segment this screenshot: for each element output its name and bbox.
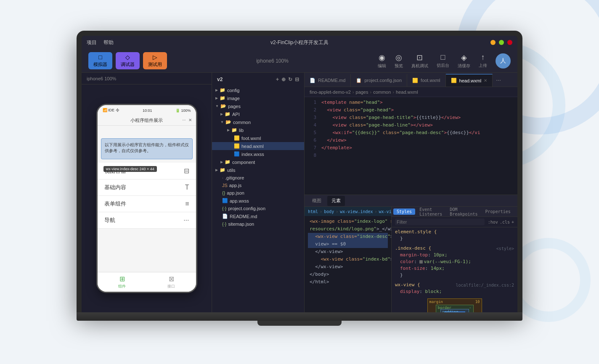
filter-hover-btn[interactable]: :hov [488,220,498,224]
refresh-icon[interactable]: ↻ [288,76,292,82]
style-tab-dom-breakpoints[interactable]: DOM Breakpoints [446,207,481,217]
mode-simulator-button[interactable]: □ 模拟器 [88,52,112,69]
tree-file-gitignore[interactable]: · .gitignore [212,174,304,182]
code-line-2: 2 <view class="page-head"> [305,106,517,114]
debug-icon: ◇ [125,54,130,61]
style-tab-properties[interactable]: Properties [482,208,514,215]
path-wx-view-hd[interactable]: wx-view.index-hd [379,209,391,214]
window-title: v2-FinClip小程序开发工具 [270,39,329,46]
tree-folder-api[interactable]: ▶ 📁 API [212,110,304,118]
tree-file-index-wxss[interactable]: 🟦 index.wxss [212,150,304,158]
tree-file-app-wxss[interactable]: 🟦 app.wxss [212,197,304,205]
edit-icon: ◉ [379,53,385,62]
menu-item-4[interactable]: 导航 ··· [98,212,196,229]
devtools-tab-overview[interactable]: 概图 [308,196,326,206]
tab-more-button[interactable]: ··· [493,76,504,83]
tree-folder-lib[interactable]: ▶ 📁 lib [212,126,304,134]
mode-test-button[interactable]: ▷ 测试用 [143,52,167,69]
action-preview[interactable]: ◎ 预览 [395,53,403,69]
new-folder-icon[interactable]: ⊕ [281,76,286,82]
user-avatar[interactable]: 人 [496,53,511,69]
dom-line-8: </body> [308,271,388,278]
path-wx-view-index[interactable]: wx-view.index [340,209,373,214]
tree-folder-pages[interactable]: ▼ 📂 pages [212,102,304,110]
margin-value: 10 [475,300,480,304]
devtools-tab-elements[interactable]: 元素 [327,196,345,206]
menu-item-3[interactable]: 表单组件 ≡ [98,196,196,212]
tab-head-wxml[interactable]: 🟨 head.wxml ✕ [446,74,493,87]
tab-readme[interactable]: 📄 README.md [305,74,351,87]
dom-line-3: <wx-view class="index-desc">以下用来展示小程序官方组… [308,233,388,240]
action-clear-cache[interactable]: ◈ 清缓存 [458,53,470,69]
action-upload[interactable]: ↑ 上传 [479,53,487,69]
action-real-debug[interactable]: ⊡ 真机调试 [411,53,428,69]
tree-folder-component[interactable]: ▶ 📁 component [212,158,304,166]
close-button[interactable] [507,40,512,45]
style-prop-empty: } [395,235,514,242]
preview-label: 预览 [395,63,403,69]
nav-api[interactable]: ⊠ 接口 [147,272,196,292]
tab-foot-wxml[interactable]: 🟨 foot.wxml [407,74,445,87]
menu-project[interactable]: 项目 [87,39,97,46]
maximize-button[interactable] [499,40,504,45]
tab-project-config[interactable]: 📋 project.config.json [351,74,407,87]
tab-bar: 📄 README.md 📋 project.config.json 🟨 foot… [305,73,517,87]
tree-label-app-js: app.js [229,183,241,188]
menu-icon-1: ⊟ [184,167,189,175]
dom-tree-area[interactable]: html › body › wx-view.index › wx-view.in… [305,207,391,312]
style-tab-accessibility[interactable]: Accessibility [515,208,517,215]
code-editor[interactable]: 1 <template name="head"> 2 <view class="… [305,97,517,195]
tree-label-common: common [233,120,251,125]
style-tab-styles[interactable]: Styles [393,208,415,215]
upload-icon: ↑ [481,53,485,62]
path-body[interactable]: body [324,209,334,214]
test-label: 测试用 [148,61,162,68]
device-label: iphone6 100% [87,76,116,81]
selected-text: 以下用展示小程序官方组件能力，组件样式仅供参考，自式仅供参考。 [105,142,189,153]
tree-label-config: config [227,88,239,93]
folder-icon-image: 📁 [220,95,225,101]
tree-folder-image[interactable]: ▶ 📁 image [212,94,304,102]
styles-filter-input[interactable] [395,219,485,225]
tree-folder-common[interactable]: ▼ 📂 common [212,118,304,126]
upload-label: 上传 [479,63,487,69]
toolbar-right: ◉ 编辑 ◎ 预览 ⊡ 真机调试 □ 切后台 [378,53,511,69]
tree-file-readme[interactable]: 📄 README.md [212,212,304,220]
tree-file-project-config[interactable]: {·} project.config.json [212,205,304,212]
path-html[interactable]: html [308,209,318,214]
style-source-2[interactable]: localfile:/_index.css:2 [456,283,514,288]
tree-file-app-json[interactable]: {} app.json [212,189,304,197]
style-tab-events[interactable]: Event Listeners [416,207,445,217]
file-icon-gitignore: · [222,175,223,180]
menu-help[interactable]: 帮助 [103,39,114,46]
filter-cls-btn[interactable]: .cls [500,220,510,224]
mode-debug-button[interactable]: ◇ 调试器 [116,52,140,69]
tree-file-sitemap[interactable]: {·} sitemap.json [212,220,304,228]
tree-folder-config[interactable]: ▶ 📁 config [212,86,304,94]
new-file-icon[interactable]: + [276,76,279,82]
laptop-stand [257,321,342,326]
collapse-icon[interactable]: ⊟ [295,76,299,82]
style-block-wx-header: wx-view { localfile:/_index.css:2 [395,282,514,288]
menu-item-2[interactable]: 基础内容 T [98,179,196,196]
tree-file-app-js[interactable]: JS app.js [212,182,304,189]
action-edit[interactable]: ◉ 编辑 [378,53,386,69]
file-icon-index-wxss: 🟦 [234,151,240,157]
phone-status-bar: 📶 IDE 令 10:01 🔋 100% [98,105,196,116]
hover-tooltip: wx-view.index-desc 240 × 44 [103,166,157,172]
minimize-button[interactable] [490,40,496,45]
tree-folder-utils[interactable]: ▶ 📁 utils [212,166,304,174]
selected-element: 以下用展示小程序官方组件能力，组件样式仅供参考，自式仅供参考。 [101,138,193,159]
filter-add-btn[interactable]: + [512,220,514,224]
element-path-tabs: html › body › wx-view.index › wx-view.in… [305,207,391,216]
arrow-common: ▼ [220,120,224,124]
title-bar: 项目 帮助 v2-FinClip小程序开发工具 [82,36,517,49]
tree-file-head-wxml[interactable]: 🟨 head.wxml [212,142,304,150]
nav-components[interactable]: ⊞ 组件 [98,272,147,292]
style-prop-color: color: var(--weui-FG-1); [395,258,514,265]
tree-file-foot-wxml[interactable]: 🟨 foot.wxml [212,134,304,142]
tree-label-gitignore: .gitignore [225,175,244,180]
styles-panel: Styles Event Listeners DOM Breakpoints P… [391,207,517,312]
tab-head-close[interactable]: ✕ [484,78,487,83]
action-background[interactable]: □ 切后台 [437,53,449,69]
